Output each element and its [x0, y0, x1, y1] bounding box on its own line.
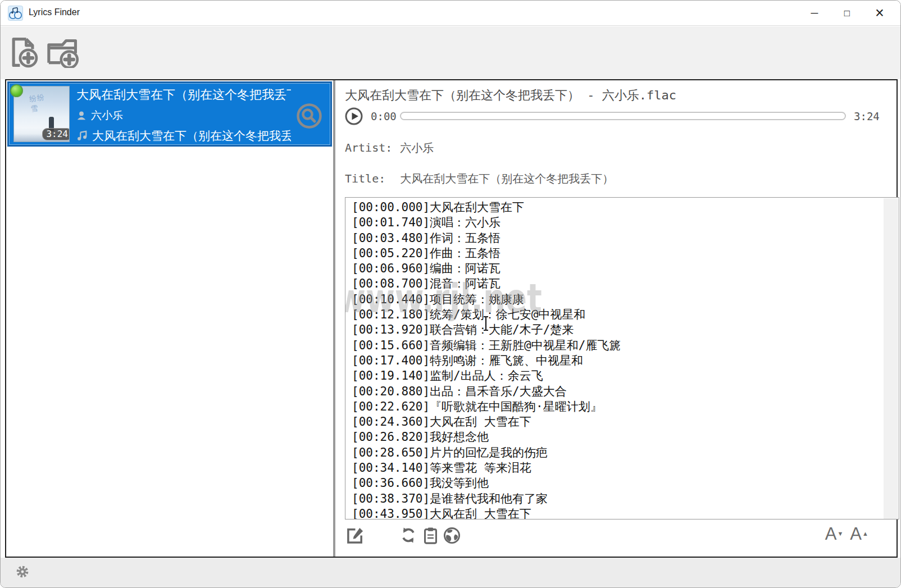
title-label: Title:: [345, 172, 385, 185]
lyrics-toolbar: A▼ A▲: [345, 524, 891, 549]
content-area: 纷纷雪 3:24 大风在刮大雪在下（别在这个冬把我丢下… 六小乐: [5, 79, 898, 558]
total-time: 3:24: [854, 110, 880, 122]
app-logo-icon: [8, 6, 23, 21]
song-item-text: 大风在刮大雪在下（别在这个冬把我丢下… 六小乐 大风在刮大雪在下（别在这个冬把我…: [76, 86, 291, 144]
add-folder-button[interactable]: [45, 34, 81, 71]
close-button[interactable]: ×: [863, 1, 896, 26]
duration-badge: 3:24: [42, 128, 70, 140]
lyrics-line: [00:43.950]大风在刮 大雪在下: [352, 507, 882, 519]
lyrics-line: [00:08.700]混音：阿诺瓦: [352, 276, 882, 291]
lyrics-scrollbar[interactable]: [884, 198, 898, 519]
play-button[interactable]: [345, 107, 363, 125]
copy-lyrics-button[interactable]: [420, 525, 440, 545]
main-toolbar: [1, 26, 900, 79]
now-playing-heading: 大风在刮大雪在下（别在这个冬把我丢下） - 六小乐.flac: [345, 87, 676, 104]
song-item-track: 大风在刮大雪在下（别在这个冬把我丢…: [92, 128, 291, 144]
gear-icon: [16, 565, 29, 578]
refresh-lyrics-button[interactable]: [398, 525, 418, 545]
lyrics-line: [00:00.000]大风在刮大雪在下: [352, 200, 882, 215]
artist-label: Artist:: [345, 141, 392, 154]
triangle-up-icon: ▲: [862, 523, 868, 544]
progress-bar[interactable]: [400, 112, 846, 120]
lyrics-editor[interactable]: [00:00.000]大风在刮大雪在下[00:01.740]演唱：六小乐[00:…: [345, 197, 899, 519]
lyrics-line: [00:28.650]片片的回忆是我的伤疤: [352, 445, 882, 461]
song-item-title: 大风在刮大雪在下（别在这个冬把我丢下…: [76, 86, 291, 103]
search-icon: [296, 103, 322, 129]
titlebar: Lyrics Finder ─ □ ×: [1, 1, 900, 26]
title-row: Title: 大风在刮大雪在下（别在这个冬把我丢下）: [345, 171, 613, 186]
lyrics-line: [00:06.960]编曲：阿诺瓦: [352, 261, 882, 276]
edit-lyrics-button[interactable]: [345, 525, 365, 545]
lyrics-line: [00:20.880]出品：昌禾音乐/大盛大合: [352, 384, 882, 399]
statusbar: [1, 558, 900, 588]
globe-icon: [443, 527, 461, 544]
web-search-button[interactable]: [442, 525, 462, 545]
settings-button[interactable]: [16, 565, 29, 578]
song-item-artist: 六小乐: [91, 108, 123, 123]
artist-value: 六小乐: [400, 141, 434, 154]
lyrics-line: [00:13.920]联合营销：大能/木子/楚来: [352, 322, 882, 338]
lyrics-line: [00:26.820]我好想念他: [352, 430, 882, 445]
player-panel: 大风在刮大雪在下（别在这个冬把我丢下） - 六小乐.flac 0:00 3:24…: [335, 80, 897, 557]
title-value: 大风在刮大雪在下（别在这个冬把我丢下）: [400, 172, 613, 185]
lyrics-line: [00:22.620]『听歌就在中国酷狗·星曜计划』: [352, 399, 882, 414]
font-size-controls: A▼ A▲: [825, 524, 867, 544]
lyrics-line: [00:01.740]演唱：六小乐: [352, 215, 882, 230]
refresh-icon: [400, 527, 417, 544]
lyrics-line: [00:17.400]特别鸣谢：雁飞篪、中视星和: [352, 353, 882, 368]
song-list-item[interactable]: 纷纷雪 3:24 大风在刮大雪在下（别在这个冬把我丢下… 六小乐: [7, 81, 332, 147]
person-icon: [76, 111, 87, 121]
app-window: Lyrics Finder ─ □ ×: [0, 0, 901, 588]
add-file-icon: [6, 35, 40, 69]
triangle-down-icon: ▼: [837, 523, 843, 544]
lyrics-line: [00:38.370]是谁替代我和他有了家: [352, 491, 882, 507]
song-list-panel: 纷纷雪 3:24 大风在刮大雪在下（别在这个冬把我丢下… 六小乐: [6, 80, 333, 557]
window-controls: ─ □ ×: [798, 1, 896, 26]
lyrics-text: [00:00.000]大风在刮大雪在下[00:01.740]演唱：六小乐[00:…: [352, 200, 882, 519]
font-decrease-button[interactable]: A▼: [825, 524, 843, 544]
minimize-button[interactable]: ─: [798, 1, 831, 26]
search-lyrics-button[interactable]: [296, 103, 322, 129]
maximize-button[interactable]: □: [831, 1, 863, 26]
status-dot-icon: [10, 84, 23, 97]
play-icon: [345, 107, 363, 125]
album-art: 纷纷雪 3:24: [13, 86, 70, 142]
album-art-text: 纷纷雪: [29, 90, 60, 113]
player-row: 0:00 3:24: [345, 107, 901, 126]
artist-row: Artist:六小乐: [345, 140, 434, 156]
add-folder-icon: [45, 37, 81, 68]
lyrics-line: [00:34.140]等来雪花 等来泪花: [352, 461, 882, 476]
edit-icon: [346, 526, 365, 545]
lyrics-line: [00:15.660]音频编辑：王新胜@中视星和/雁飞篪: [352, 338, 882, 353]
lyrics-line: [00:03.480]作词：五条悟: [352, 231, 882, 246]
current-time: 0:00: [371, 110, 397, 122]
lyrics-line: [00:10.440]项目统筹：姚康康: [352, 292, 882, 307]
add-file-button[interactable]: [5, 34, 41, 71]
lyrics-line: [00:12.180]统筹/策划：徐七安@中视星和: [352, 307, 882, 322]
lyrics-line: [00:24.360]大风在刮 大雪在下: [352, 414, 882, 430]
lyrics-line: [00:05.220]作曲：五条悟: [352, 246, 882, 261]
music-note-icon: [76, 130, 88, 142]
window-title: Lyrics Finder: [29, 7, 80, 17]
font-increase-button[interactable]: A▲: [850, 524, 867, 544]
clipboard-icon: [422, 527, 439, 544]
lyrics-line: [00:36.660]我没等到他: [352, 476, 882, 491]
lyrics-line: [00:19.140]监制/出品人：余云飞: [352, 368, 882, 384]
